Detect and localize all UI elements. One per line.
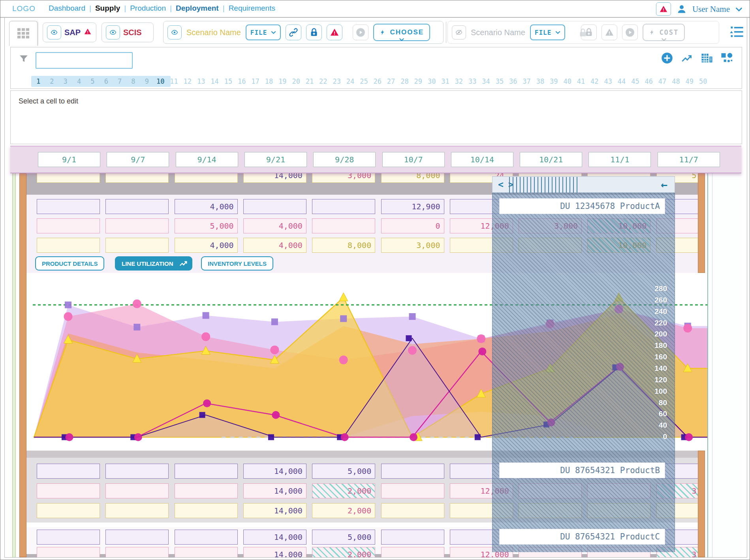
grid-cell[interactable] <box>175 173 238 183</box>
grid-cell[interactable]: 2,000 <box>312 503 375 518</box>
date-column-header[interactable]: 9/14 <box>176 152 238 167</box>
grid-cell[interactable] <box>105 173 169 183</box>
grid-cell[interactable] <box>37 547 100 557</box>
page-number[interactable]: 22 <box>316 76 330 87</box>
grid-cell[interactable] <box>105 483 169 498</box>
grid-cell[interactable] <box>381 503 444 518</box>
grid-cell[interactable]: 4,000 <box>175 238 238 253</box>
page-number[interactable]: 25 <box>357 76 370 87</box>
eye-off-icon[interactable] <box>452 25 466 39</box>
page-number[interactable]: 19 <box>276 76 289 87</box>
grid-cell[interactable] <box>381 530 444 545</box>
eye-icon[interactable] <box>47 25 61 39</box>
grid-cell[interactable]: 5,000 <box>175 218 238 233</box>
grid-cell[interactable]: 2,000 <box>312 547 375 557</box>
page-number[interactable]: 50 <box>696 76 710 87</box>
right-collapsed-panel[interactable] <box>698 451 705 557</box>
grid-cell[interactable]: 14,000 <box>243 173 306 183</box>
date-column-header[interactable]: 10/7 <box>382 152 445 167</box>
page-number[interactable]: 5 <box>86 76 99 87</box>
grid-cell[interactable] <box>312 199 375 214</box>
date-column-header[interactable]: 9/21 <box>244 152 307 167</box>
grid-cell[interactable] <box>175 547 238 557</box>
grid-cell[interactable] <box>175 503 238 518</box>
nav-item-requirements[interactable]: Requirements <box>229 4 275 12</box>
page-number[interactable]: 47 <box>656 76 669 87</box>
grid-cell[interactable]: 5,000 <box>312 464 375 479</box>
page-number[interactable]: 7 <box>113 76 126 87</box>
nav-item-dashboard[interactable]: Dashboard <box>49 4 85 12</box>
grid-cell[interactable]: 4,000 <box>243 218 306 233</box>
grid-cell[interactable]: 14,000 <box>243 530 306 545</box>
date-column-header[interactable]: 9/1 <box>38 152 100 167</box>
page-number[interactable]: 39 <box>547 76 560 87</box>
page-number[interactable]: 33 <box>466 76 479 87</box>
grid-cell[interactable]: 14,000 <box>243 503 306 518</box>
date-column-header[interactable]: 10/21 <box>520 152 582 167</box>
page-number[interactable]: 20 <box>289 76 303 87</box>
page-number[interactable]: 6 <box>100 76 113 87</box>
grid-cell[interactable]: 8,000 <box>312 238 375 253</box>
grid-cell[interactable]: 2,000 <box>312 483 375 498</box>
page-number[interactable]: 35 <box>493 76 506 87</box>
eye-icon[interactable] <box>106 25 120 39</box>
trend-toggle-button[interactable] <box>174 256 192 271</box>
page-number[interactable]: 3 <box>59 76 72 87</box>
grid-cell[interactable]: 14,000 <box>243 464 306 479</box>
filter-input[interactable] <box>36 52 133 69</box>
page-number[interactable]: 45 <box>628 76 642 87</box>
grid-cell[interactable] <box>105 218 169 233</box>
grid-cell[interactable]: 14,000 <box>243 547 306 557</box>
grid-cell[interactable]: 0 <box>381 218 444 233</box>
product-details-button[interactable]: PRODUCT DETAILS <box>35 256 104 271</box>
choose-action-select[interactable]: CHOOSE <box>373 24 430 41</box>
nav-item-deployment[interactable]: Deployment <box>176 4 219 12</box>
grid-cell[interactable] <box>37 238 100 253</box>
date-column-header[interactable]: 11/7 <box>658 152 720 167</box>
page-number[interactable]: 32 <box>452 76 466 87</box>
edit-panel[interactable]: Select a cell to edit <box>10 90 742 144</box>
grid-cell[interactable] <box>381 547 444 557</box>
date-column-header[interactable]: 9/7 <box>107 152 169 167</box>
page-number[interactable]: 42 <box>588 76 601 87</box>
page-number[interactable]: 38 <box>534 76 547 87</box>
alerts-button[interactable] <box>656 2 671 16</box>
grid-view-tab[interactable] <box>9 21 38 46</box>
left-collapsed-panel[interactable] <box>19 173 26 557</box>
page-number[interactable]: 40 <box>561 76 574 87</box>
lock-add-button[interactable] <box>306 24 322 40</box>
grid-cell[interactable]: 5,000 <box>312 530 375 545</box>
page-number[interactable]: 23 <box>330 76 344 87</box>
grid-cell[interactable] <box>37 199 100 214</box>
grid-cell[interactable] <box>105 530 169 545</box>
line-utilization-button[interactable]: LINE UTILIZATION <box>115 256 180 271</box>
link-button[interactable] <box>286 24 301 40</box>
page-number[interactable]: 9 <box>140 76 154 87</box>
grid-cell[interactable] <box>381 464 444 479</box>
page-number[interactable]: 11 <box>167 76 181 87</box>
nav-item-production[interactable]: Production <box>130 4 166 12</box>
page-number[interactable]: 26 <box>371 76 384 87</box>
grid-cell[interactable] <box>37 483 100 498</box>
page-number[interactable]: 37 <box>520 76 534 87</box>
nav-item-supply[interactable]: Supply <box>95 4 120 12</box>
right-collapsed-panel[interactable] <box>698 173 705 273</box>
page-number[interactable]: 34 <box>479 76 493 87</box>
date-column-header[interactable]: 11/1 <box>588 152 651 167</box>
page-number[interactable]: 31 <box>439 76 452 87</box>
page-number[interactable]: 41 <box>574 76 588 87</box>
page-number[interactable]: 16 <box>235 76 248 87</box>
grid-cell[interactable] <box>37 530 100 545</box>
grid-cell[interactable]: 4,000 <box>175 199 238 214</box>
grid-cell[interactable]: 3,000 <box>381 238 444 253</box>
page-number[interactable]: 8 <box>126 76 140 87</box>
shapes-view-button[interactable] <box>720 52 733 66</box>
scis-toggle[interactable]: SCIS <box>102 23 154 42</box>
overlay-back-button[interactable]: ← <box>661 178 667 191</box>
grid-cell[interactable] <box>105 199 169 214</box>
page-number[interactable]: 10 <box>154 76 167 87</box>
page-number[interactable]: 49 <box>683 76 696 87</box>
page-number[interactable]: 43 <box>602 76 615 87</box>
date-column-header[interactable]: 10/14 <box>451 152 513 167</box>
page-number[interactable]: 29 <box>412 76 425 87</box>
